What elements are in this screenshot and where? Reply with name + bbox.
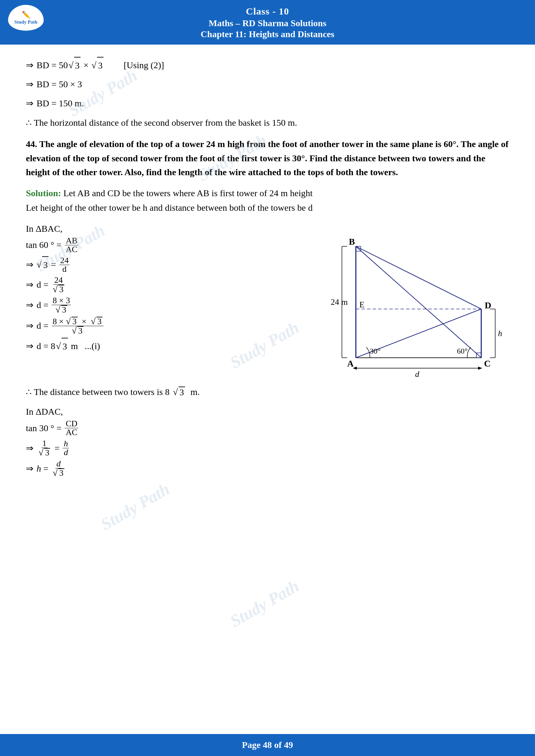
solution-intro: Solution: Let AB and CD be the towers wh… bbox=[26, 186, 509, 215]
logo-text: Study Path bbox=[14, 19, 37, 25]
main-content: Study Path Study Path Study Path Study P… bbox=[0, 44, 535, 512]
svg-text:A: A bbox=[347, 359, 353, 368]
class-title: Class - 10 bbox=[3, 6, 532, 17]
frac1sqrt3-line: ⇒ 1 √3 = h d bbox=[26, 439, 509, 457]
d-eq2-line: ⇒ d = 8 × 3 √3 bbox=[26, 296, 318, 314]
svg-line-4 bbox=[356, 246, 481, 309]
subject-title: Maths – RD Sharma Solutions bbox=[3, 18, 532, 28]
tan60-line: tan 60 ° = AB AC bbox=[26, 237, 318, 254]
diagram-col: B D A C E 24 m h d 30° 60° bbox=[328, 219, 509, 381]
d-eq3-line: ⇒ d = 8 × √3 × √3 bbox=[26, 317, 318, 335]
note-using2: [Using (2)] bbox=[124, 57, 164, 73]
math-col: In ΔBAC, tan 60 ° = AB AC ⇒ √3 = 24 d bbox=[26, 219, 328, 357]
d-eq1-line: ⇒ d = 24 √3 bbox=[26, 276, 318, 294]
watermark-5: Study Path bbox=[98, 479, 173, 534]
line-bd1: ⇒ BD = 50 √3 × √3 [Using (2)] bbox=[26, 57, 509, 74]
line-bd3: ⇒ BD = 150 m. bbox=[26, 95, 509, 112]
svg-text:B: B bbox=[349, 237, 355, 247]
chapter-title: Chapter 11: Heights and Distances bbox=[3, 29, 532, 40]
question-44: 44. The angle of elevation of the top of… bbox=[26, 137, 509, 179]
sqrt3-line: ⇒ √3 = 24 d bbox=[26, 256, 318, 273]
svg-text:C: C bbox=[484, 359, 491, 368]
svg-text:d: d bbox=[415, 369, 419, 378]
geometry-diagram: B D A C E 24 m h d 30° 60° bbox=[328, 219, 509, 378]
d-result-line: ⇒ d = 8 √3 m ...(i) bbox=[26, 338, 318, 355]
svg-text:60°: 60° bbox=[457, 347, 467, 355]
triangle-dac-label: In ΔDAC, bbox=[26, 407, 509, 417]
svg-text:D: D bbox=[485, 300, 491, 310]
page-header: ✏️ Study Path Class - 10 Maths – RD Shar… bbox=[0, 0, 535, 44]
triangle-bac-label: In ΔBAC, bbox=[26, 224, 318, 234]
math-diagram-section: In ΔBAC, tan 60 ° = AB AC ⇒ √3 = 24 d bbox=[26, 219, 509, 381]
svg-text:24 m: 24 m bbox=[331, 297, 348, 307]
page-number: Page 48 of 49 bbox=[242, 740, 293, 750]
svg-line-3 bbox=[356, 246, 481, 358]
h-eq-line: ⇒ h = d √3 bbox=[26, 460, 509, 477]
watermark-6: Study Path bbox=[227, 576, 302, 631]
logo: ✏️ Study Path bbox=[7, 3, 45, 32]
conclusion-1: ∴ The horizontal distance of the second … bbox=[26, 117, 509, 128]
svg-text:30°: 30° bbox=[370, 347, 380, 355]
svg-text:h: h bbox=[498, 329, 502, 338]
tan30-line: tan 30 ° = CD AC bbox=[26, 419, 509, 437]
watermark-1: Study Path bbox=[65, 66, 140, 120]
line-bd2: ⇒ BD = 50 × 3 bbox=[26, 76, 509, 93]
page-footer: Page 48 of 49 bbox=[0, 734, 535, 756]
svg-text:E: E bbox=[359, 300, 365, 309]
conclusion-2: ∴ The distance between two towers is 8 √… bbox=[26, 387, 509, 397]
